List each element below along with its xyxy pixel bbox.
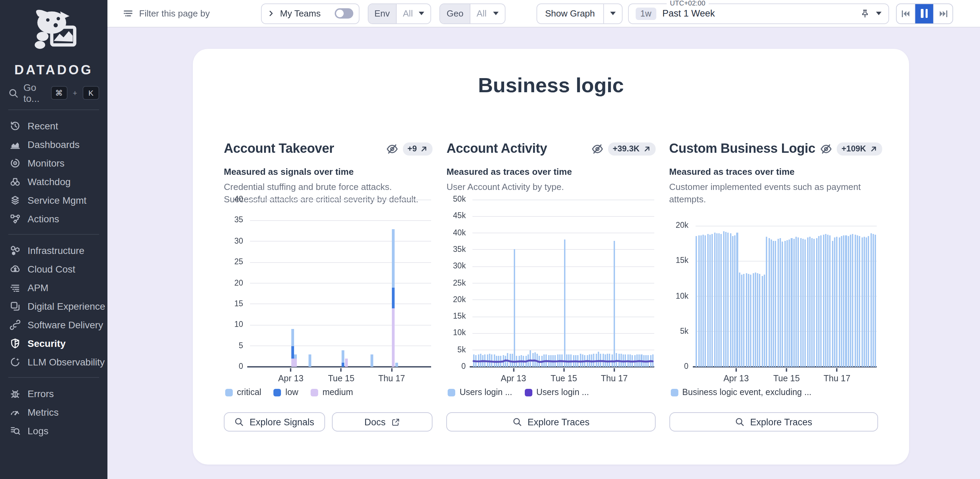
count-badge[interactable]: +39.3K: [608, 142, 655, 155]
arrow-ne-icon: [643, 145, 651, 152]
bar: [804, 240, 806, 367]
geo-filter[interactable]: Geo All: [440, 3, 505, 24]
explore-traces-button[interactable]: Explore Traces: [669, 412, 878, 431]
actions-icon: [9, 213, 21, 224]
bar: [832, 241, 833, 367]
bar: [732, 236, 733, 367]
bar: [825, 234, 826, 367]
x-axis-label: Apr 13: [278, 374, 304, 383]
sidebar-item-metrics[interactable]: Metrics: [0, 403, 107, 421]
bar: [743, 274, 745, 367]
env-value: All: [403, 8, 413, 19]
sidebar-item-llm-observability[interactable]: LLM Observability: [0, 352, 107, 371]
bar-segment-medium: [392, 308, 395, 367]
my-teams-filter[interactable]: My Teams: [261, 3, 359, 24]
signals-chart: 0510152025303540Apr 13Tue 15Thu 17: [224, 200, 431, 390]
sidebar-item-infrastructure[interactable]: Infrastructure: [0, 241, 107, 259]
eye-slash-icon[interactable]: [590, 142, 604, 155]
x-tick: [563, 368, 565, 372]
legend-swatch: [670, 389, 678, 396]
skip-forward-button[interactable]: [934, 4, 953, 23]
sidebar-item-cloud-cost[interactable]: Cloud Cost: [0, 259, 107, 278]
y-axis-label: 20k: [447, 295, 466, 303]
x-axis-label: Thu 17: [824, 374, 851, 383]
y-axis-label: 0: [447, 362, 466, 370]
bar: [795, 237, 797, 367]
goto-search[interactable]: Go to... ⌘ + K: [0, 82, 107, 103]
sidebar-item-service-mgmt[interactable]: Service Mgmt: [0, 190, 107, 209]
eye-slash-icon[interactable]: [819, 142, 833, 155]
bar: [834, 238, 835, 367]
x-axis-label: Thu 17: [601, 374, 628, 383]
legend-item[interactable]: medium: [310, 387, 353, 397]
show-graph-caret[interactable]: [603, 4, 622, 23]
pin-icon[interactable]: [860, 9, 870, 18]
geo-value: All: [477, 8, 487, 19]
bar-segment-low: [291, 346, 294, 358]
page-content: Business logic Account Takeover +9 Measu…: [107, 27, 980, 479]
docs-button[interactable]: Docs: [332, 412, 433, 431]
sidebar-divider: [8, 234, 99, 235]
chevron-down-icon: [419, 12, 425, 15]
bar: [865, 238, 867, 367]
y-axis-label: 20: [224, 278, 243, 287]
page-title: Business logic: [193, 49, 909, 97]
search-icon: [8, 88, 19, 98]
legend-item[interactable]: Users login ...: [525, 387, 589, 397]
bar: [725, 232, 727, 367]
sidebar-item-digital-experience[interactable]: Digital Experience: [0, 297, 107, 315]
explore-traces-button[interactable]: Explore Traces: [447, 412, 655, 431]
bar-segment-critical: [342, 350, 345, 362]
x-tick: [290, 368, 291, 372]
pause-icon: [921, 9, 928, 18]
y-axis-label: 5: [224, 341, 243, 349]
app: DATADOG Go to... ⌘ + K RecentDashboardsM…: [0, 0, 980, 479]
bar: [721, 234, 722, 367]
sidebar-item-monitors[interactable]: Monitors: [0, 154, 107, 172]
bar: [829, 236, 831, 367]
skip-back-button[interactable]: [897, 4, 915, 23]
y-axis-label: 20k: [669, 221, 688, 229]
sidebar-item-dashboards[interactable]: Dashboards: [0, 135, 107, 154]
sidebar-item-recent[interactable]: Recent: [0, 116, 107, 135]
my-teams-toggle[interactable]: [334, 8, 353, 19]
legend-item[interactable]: low: [274, 387, 299, 397]
count-badge[interactable]: +109K: [837, 142, 882, 155]
bar: [784, 241, 786, 367]
bar: [730, 233, 731, 367]
bar: [814, 239, 815, 367]
sidebar-item-software-delivery[interactable]: Software Delivery: [0, 315, 107, 334]
bar: [786, 240, 788, 367]
sidebar-item-logs[interactable]: Logs: [0, 421, 107, 440]
y-axis-label: 40k: [447, 228, 466, 236]
pause-button[interactable]: [915, 4, 934, 23]
sidebar-item-watchdog[interactable]: Watchdog: [0, 172, 107, 190]
y-axis-label: 35: [224, 216, 243, 224]
bar-segment-medium: [345, 358, 348, 367]
y-axis-label: 45k: [447, 212, 466, 220]
count-badge[interactable]: +9: [402, 142, 433, 155]
legend-item[interactable]: Users login ...: [448, 387, 512, 397]
widget-subtitle: Measured as signals over time: [224, 167, 433, 177]
bar: [748, 274, 749, 367]
bar-segment-medium: [294, 358, 297, 367]
sidebar-item-actions[interactable]: Actions: [0, 209, 107, 228]
eye-slash-icon[interactable]: [385, 142, 398, 155]
bar: [768, 238, 770, 367]
sidebar-item-apm[interactable]: APM: [0, 278, 107, 297]
chevron-down-icon[interactable]: [876, 12, 881, 15]
bar: [755, 272, 756, 367]
sidebar-item-errors[interactable]: Errors: [0, 384, 107, 403]
legend-item[interactable]: Business logic event, excluding ...: [670, 387, 811, 397]
datadog-logo[interactable]: DATADOG: [0, 0, 107, 78]
legend-item[interactable]: critical: [225, 387, 261, 397]
y-axis-label: 50k: [447, 195, 466, 203]
bar: [752, 273, 754, 367]
plot-area: Apr 13Tue 15Thu 17: [695, 226, 877, 367]
explore-signals-button[interactable]: Explore Signals: [224, 412, 325, 431]
time-range-picker[interactable]: UTC+02:00 1w Past 1 Week: [628, 3, 889, 24]
bar: [807, 238, 808, 367]
show-graph-button[interactable]: Show Graph: [536, 3, 622, 24]
sidebar-item-security[interactable]: Security: [0, 334, 107, 352]
env-filter[interactable]: Env All: [368, 3, 431, 24]
